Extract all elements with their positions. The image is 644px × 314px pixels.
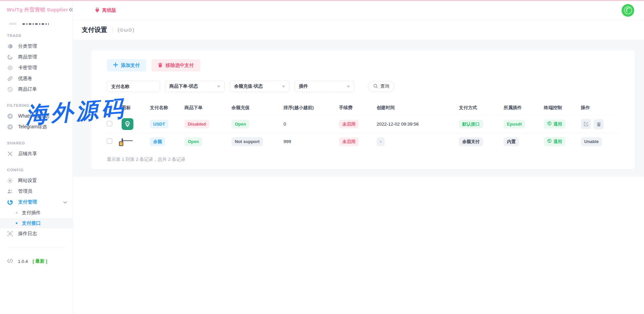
sidebar-item-label: 商品订单 (18, 86, 37, 92)
delete-button[interactable] (594, 119, 604, 129)
sidebar: Ws/Tg 外贸营销 Supplier TRADE 分类管理 商品管理 卡密管理 (0, 1, 73, 314)
balance-status-select[interactable]: 余额充值-状态 (230, 81, 290, 92)
caret-down-icon (347, 86, 350, 88)
order-status-badge: Open (184, 137, 202, 146)
kaomoji-subtitle: (⊙ω⊙) (118, 27, 134, 33)
col-header-ops: 操作 (581, 100, 619, 116)
add-payment-label: 添加支付 (121, 62, 140, 69)
top-progress-line (0, 0, 644, 1)
topbar: 离线版 (73, 1, 644, 20)
unable-badge: Unable (581, 137, 602, 146)
clipped-item-icon (9, 23, 16, 25)
payment-name-badge: 余额 (150, 137, 165, 146)
balance-status-select-label: 余额充值-状态 (234, 83, 263, 89)
main-area: 离线版 支付设置 (⊙ω⊙) 添加支付 (73, 1, 644, 314)
caret-down-icon (282, 86, 285, 88)
order-status-select[interactable]: 商品下单-状态 (165, 81, 225, 92)
users-icon (7, 188, 13, 194)
sidebar-item-admins[interactable]: 管理员 (0, 186, 73, 197)
usdt-tether-icon (122, 118, 133, 130)
sidebar-item-label: 商品管理 (18, 54, 37, 60)
plus-icon (113, 62, 118, 68)
payment-name-badge: USDT (150, 120, 168, 129)
section-label-trade: TRADE (0, 25, 73, 41)
chevron-down-icon (63, 199, 67, 205)
col-header-method: 支付方式 (459, 100, 504, 116)
avatar[interactable] (621, 4, 634, 17)
table-row: 余额 Open Not support 999 未启用 - 余额支付 内置 (107, 133, 619, 150)
sidebar-item-orders[interactable]: 商品订单 (0, 84, 73, 95)
col-header-sort: 排序(越小越前) (284, 100, 339, 116)
pie-chart-icon (7, 199, 13, 205)
sidebar-item-site-settings[interactable]: 网站设置 (0, 175, 73, 186)
add-payment-button[interactable]: 添加支付 (107, 59, 146, 72)
search-icon (373, 84, 378, 89)
plug-icon (95, 7, 100, 14)
sort-value: 0 (284, 122, 286, 127)
row-checkbox[interactable] (107, 138, 112, 144)
payment-name-input[interactable] (107, 81, 160, 92)
payment-table-card: 添加支付 移除选中支付 商品下单-状态 余额充值-状态 (91, 50, 635, 169)
table-header-row: 图标 支付名称 商品下单 余额充值 排序(越小越前) 手续费 创建时间 支付方式… (107, 100, 619, 116)
sidebar-item-whatsapp-filter[interactable]: WhatsApp筛选 (0, 111, 73, 122)
offline-label: 离线版 (102, 7, 116, 13)
version-row: 1.0.4 [ 最新 ] (0, 258, 73, 264)
universal-terminal-icon (547, 121, 552, 127)
search-button[interactable]: 查询 (368, 81, 395, 92)
terminal-badge: 通用 (544, 120, 565, 129)
payments-table: 图标 支付名称 商品下单 余额充值 排序(越小越前) 手续费 创建时间 支付方式… (107, 100, 619, 150)
section-label-config: CONFIG (0, 159, 73, 175)
col-header-plugin: 所属插件 (504, 100, 544, 116)
sidebar-item-coupon[interactable]: 优惠卷 (0, 73, 73, 84)
section-label-filtering: FILTERING (0, 95, 73, 111)
toolbar: 添加支付 移除选中支付 (107, 59, 619, 72)
telegram-filter-icon (7, 124, 13, 130)
shop-share-icon (7, 151, 13, 157)
plugin-badge: 内置 (504, 137, 519, 146)
col-header-icon: 图标 (122, 100, 150, 116)
app-title: Ws/Tg 外贸营销 Supplier (7, 6, 68, 13)
sidebar-item-telegram-filter[interactable]: Telegram筛选 (0, 122, 73, 132)
created-time: 2022-12-02 09:39:56 (377, 122, 419, 127)
code-icon (7, 259, 13, 264)
sidebar-item-category[interactable]: 分类管理 (0, 41, 73, 52)
gear-icon (7, 65, 13, 71)
orders-icon (7, 86, 13, 92)
col-header-order: 商品下单 (184, 100, 231, 116)
sidebar-subitem-payment-interface[interactable]: 支付接口 (0, 218, 73, 228)
row-checkbox[interactable] (107, 121, 112, 126)
plugin-select-label: 插件 (299, 83, 308, 89)
page-header: 支付设置 (⊙ω⊙) (73, 20, 644, 40)
clipped-menu-item (9, 20, 73, 25)
sidebar-item-goods[interactable]: 商品管理 (0, 52, 73, 62)
plugin-select[interactable]: 插件 (295, 81, 354, 92)
sidebar-item-cardkey[interactable]: 卡密管理 (0, 62, 73, 73)
sidebar-item-label: 支付管理 (18, 199, 37, 205)
bullet-dot-icon (16, 222, 17, 224)
sidebar-item-label: 卡密管理 (18, 65, 37, 71)
method-badge: 默认接口 (459, 120, 483, 129)
filter-row: 商品下单-状态 余额充值-状态 插件 查询 (107, 81, 619, 92)
created-time-badge: - (377, 137, 385, 146)
page-title: 支付设置 (82, 26, 107, 34)
select-all-checkbox[interactable] (107, 104, 112, 110)
title-divider (112, 27, 113, 33)
sidebar-subitem-payment-plugins[interactable]: 支付插件 (0, 208, 73, 218)
collapse-sidebar-icon[interactable] (68, 7, 73, 12)
version-latest-tag[interactable]: [ 最新 ] (33, 258, 47, 264)
sidebar-item-ops-log[interactable]: 操作日志 (0, 228, 73, 239)
table-row: USDT Disabled Open 0 未启用 2022-12-02 09:3… (107, 116, 619, 133)
sidebar-divider (7, 247, 66, 248)
sort-value: 999 (284, 139, 291, 144)
sidebar-item-shop-share[interactable]: 店铺共享 (0, 148, 73, 159)
sidebar-item-label: 管理员 (18, 188, 32, 194)
section-label-shared: SHARED (0, 132, 73, 148)
content-wrapper: 添加支付 移除选中支付 商品下单-状态 余额充值-状态 (73, 40, 644, 177)
gear-icon (7, 178, 13, 184)
remove-selected-button[interactable]: 移除选中支付 (152, 59, 200, 72)
edit-button[interactable] (581, 119, 591, 129)
balance-status-badge: Not support (231, 137, 263, 146)
category-icon (7, 43, 13, 49)
fee-status-badge: 未启用 (339, 137, 359, 146)
sidebar-item-payment-management[interactable]: 支付管理 (0, 197, 73, 208)
